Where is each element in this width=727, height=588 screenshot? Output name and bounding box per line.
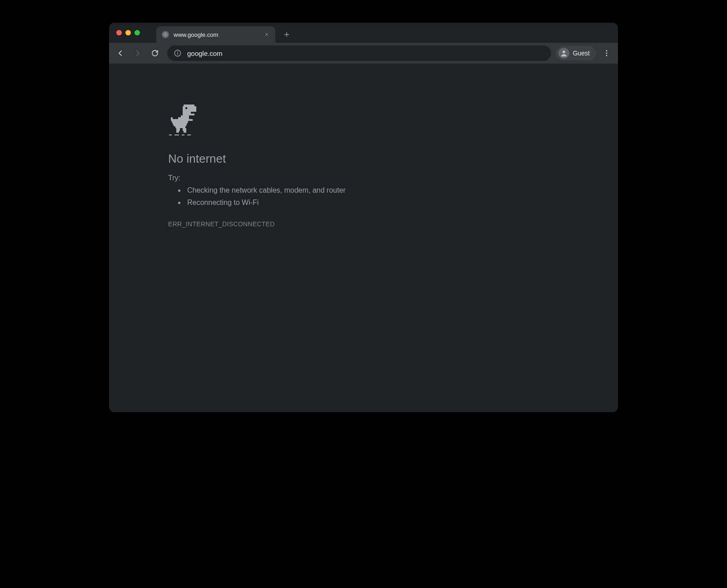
svg-point-5: [606, 50, 607, 51]
toolbar: google.com Guest: [109, 43, 618, 64]
svg-rect-28: [174, 135, 179, 135]
svg-rect-23: [176, 128, 180, 131]
forward-button[interactable]: [130, 45, 145, 61]
tip-item: Checking the network cables, modem, and …: [185, 184, 346, 196]
offline-error-page: No internet Try: Checking the network ca…: [168, 105, 346, 412]
tab-close-button[interactable]: [263, 30, 271, 39]
svg-rect-21: [174, 125, 186, 126]
address-bar[interactable]: google.com: [167, 45, 551, 61]
svg-rect-31: [185, 107, 187, 109]
svg-rect-17: [171, 119, 189, 121]
person-icon: [558, 48, 569, 59]
window-maximize-button[interactable]: [134, 30, 140, 35]
window-minimize-button[interactable]: [125, 30, 131, 35]
svg-rect-13: [183, 114, 194, 115]
globe-icon: [162, 31, 169, 38]
svg-rect-22: [175, 126, 185, 128]
svg-rect-24: [183, 128, 186, 131]
dinosaur-icon[interactable]: [168, 105, 197, 136]
reload-button[interactable]: [147, 45, 163, 61]
page-content: No internet Try: Checking the network ca…: [109, 64, 618, 412]
profile-button[interactable]: Guest: [556, 46, 596, 60]
svg-point-6: [606, 53, 607, 54]
back-button[interactable]: [113, 45, 128, 61]
window-close-button[interactable]: [116, 30, 122, 35]
svg-rect-25: [176, 131, 179, 133]
svg-rect-8: [184, 105, 194, 106]
svg-rect-30: [187, 135, 191, 135]
tab-active[interactable]: www.google.com: [156, 26, 275, 43]
svg-rect-26: [184, 131, 186, 133]
svg-rect-19: [172, 121, 188, 123]
svg-rect-20: [173, 123, 187, 125]
tip-item: Reconnecting to Wi-Fi: [185, 196, 346, 209]
svg-rect-27: [169, 135, 172, 135]
svg-rect-14: [181, 115, 189, 117]
svg-rect-18: [189, 119, 193, 121]
chrome-menu-button[interactable]: [599, 45, 614, 61]
tab-strip: www.google.com: [109, 23, 618, 43]
browser-window: www.google.com google.com: [109, 23, 618, 412]
svg-rect-12: [183, 112, 191, 114]
profile-label: Guest: [573, 50, 590, 57]
tips-list: Checking the network cables, modem, and …: [168, 184, 346, 209]
address-bar-url: google.com: [187, 50, 223, 57]
site-info-icon[interactable]: [174, 49, 182, 57]
window-controls: [116, 30, 140, 35]
svg-rect-15: [171, 117, 173, 119]
error-title: No internet: [168, 152, 346, 166]
svg-rect-29: [182, 135, 184, 135]
svg-rect-16: [178, 117, 189, 119]
tab-title: www.google.com: [174, 31, 258, 38]
new-tab-button[interactable]: [280, 28, 294, 41]
svg-rect-10: [183, 108, 196, 110]
svg-point-7: [606, 55, 607, 56]
svg-point-4: [563, 50, 565, 53]
svg-rect-9: [183, 106, 196, 108]
svg-rect-11: [183, 110, 196, 112]
try-label: Try:: [168, 174, 346, 182]
error-code: ERR_INTERNET_DISCONNECTED: [168, 220, 346, 228]
